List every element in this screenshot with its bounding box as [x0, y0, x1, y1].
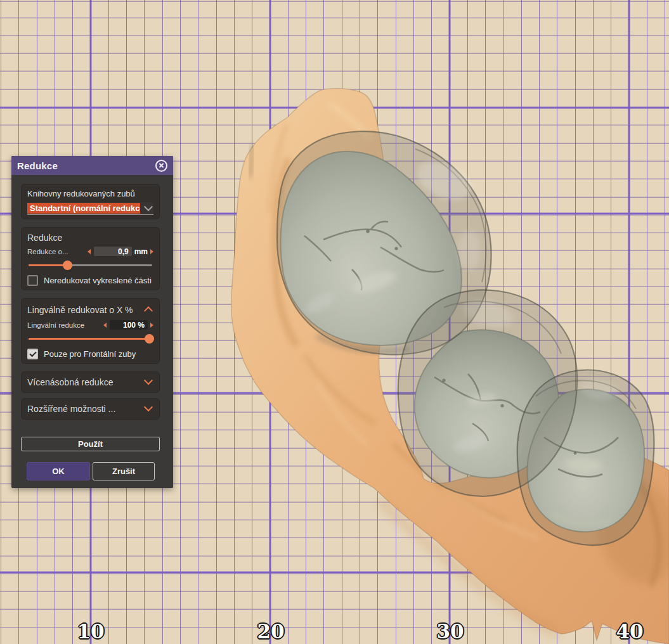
- spin-decrease-icon[interactable]: [103, 323, 107, 328]
- advanced-header[interactable]: Rozšířené možnosti ...: [27, 402, 153, 416]
- reduction-checkbox-row[interactable]: Neredukovat vykreslené části: [27, 275, 153, 286]
- section-lingual: Lingválně redukovat o X % Lingvální redu…: [21, 298, 160, 364]
- library-dropdown-value: Standartní (normální redukce): [27, 203, 140, 214]
- reduction-spinner-row: Redukce o... 0,9 mm: [27, 247, 153, 256]
- lingual-slider[interactable]: [29, 333, 152, 344]
- chevron-down-icon: [144, 376, 153, 385]
- apply-button[interactable]: Použít: [21, 437, 160, 451]
- cancel-button[interactable]: Zrušit: [93, 462, 155, 480]
- ruler-label: 10: [77, 620, 104, 643]
- reduction-param-label: Redukce o...: [27, 248, 88, 255]
- multiple-title: Vícenásobná redukce: [27, 377, 145, 387]
- checkbox[interactable]: [27, 349, 38, 359]
- spin-increase-icon[interactable]: [150, 249, 153, 254]
- lingual-value-field[interactable]: 100 %: [110, 320, 148, 330]
- multiple-header[interactable]: Vícenásobná redukce: [27, 375, 153, 389]
- section-advanced: Rozšířené možnosti ...: [21, 398, 160, 420]
- lingual-param-label: Lingvální redukce: [27, 321, 103, 329]
- ok-button[interactable]: OK: [27, 462, 90, 480]
- ruler-label: 40: [616, 620, 643, 643]
- advanced-title: Rozšířené možnosti ...: [27, 404, 145, 414]
- spin-increase-icon[interactable]: [150, 323, 153, 328]
- reduction-title: Redukce: [27, 233, 153, 243]
- slider-handle[interactable]: [63, 261, 72, 270]
- ruler-label: 20: [257, 620, 284, 643]
- slider-handle[interactable]: [145, 334, 154, 344]
- lingual-header[interactable]: Lingválně redukovat o X %: [27, 303, 153, 317]
- section-reduction: Redukce Redukce o... 0,9 mm Neredukovat …: [21, 227, 160, 290]
- lingual-title: Lingválně redukovat o X %: [27, 305, 145, 315]
- reduction-checkbox-label: Neredukovat vykreslené části: [44, 276, 152, 285]
- dialog-titlebar[interactable]: Redukce: [11, 156, 173, 175]
- tooth-shell-48[interactable]: [517, 370, 654, 546]
- dialog-title: Redukce: [17, 160, 58, 171]
- dialog-body: Knihovny redukovaných zubů Standartní (n…: [11, 175, 173, 488]
- library-dropdown[interactable]: Standartní (normální redukce): [27, 202, 153, 215]
- spin-decrease-icon[interactable]: [88, 249, 91, 254]
- reduction-unit: mm: [134, 247, 148, 256]
- library-label: Knihovny redukovaných zubů: [27, 189, 153, 198]
- reduction-dialog: Redukce Knihovny redukovaných zubů Stand…: [11, 156, 173, 488]
- ruler-label: 30: [436, 620, 464, 643]
- dialog-button-row: OK Zrušit: [27, 462, 173, 480]
- section-library: Knihovny redukovaných zubů Standartní (n…: [21, 184, 160, 219]
- checkbox[interactable]: [27, 275, 38, 286]
- shell-sheen: [458, 230, 481, 271]
- reduction-slider[interactable]: [29, 260, 152, 270]
- chevron-down-icon: [144, 202, 153, 211]
- lingual-spinner-row: Lingvální redukce 100 %: [27, 320, 153, 330]
- chevron-up-icon: [144, 306, 153, 315]
- reduction-value-field[interactable]: 0,9: [94, 247, 132, 256]
- lingual-checkbox-label: Pouze pro Frontální zuby: [44, 349, 136, 359]
- close-icon[interactable]: [155, 160, 167, 172]
- chevron-down-icon: [144, 402, 153, 411]
- lingual-checkbox-row[interactable]: Pouze pro Frontální zuby: [27, 349, 153, 359]
- section-multiple: Vícenásobná redukce: [21, 371, 160, 393]
